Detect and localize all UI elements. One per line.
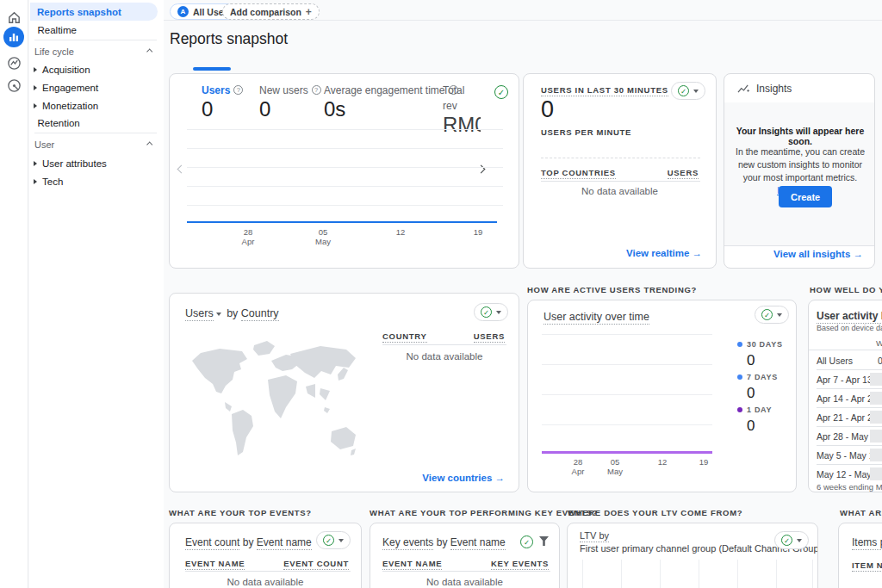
card-options-pill[interactable]: ✓ [474,303,508,321]
card-title[interactable]: User activity over time [543,311,649,325]
week-column-header: W [876,338,882,348]
sidebar-item-realtime[interactable]: Realtime [29,22,158,39]
card-title-line1: LTV by [580,530,609,541]
no-data-message: No data available [370,577,559,587]
selected-tab-indicator [193,67,231,71]
cohort-row-label: Apr 28 - May 4 [817,431,876,442]
vgridline [737,560,738,588]
metric-label: Total rev [443,84,464,112]
card-options-pill[interactable]: ✓ [755,306,789,324]
top-countries-header[interactable]: TOP COUNTRIES [541,168,616,179]
sidebar-item-monetization[interactable]: Monetization [29,97,158,115]
nav-section-label: User [34,139,54,150]
data-quality-icon[interactable]: ✓ [494,85,508,99]
sidebar-item-label: Monetization [42,101,98,111]
users-column-header[interactable]: USERS [668,168,699,179]
tab-new-users[interactable]: New users? 0 [259,82,321,121]
no-data-message: No data available [382,351,506,362]
insights-footer-rule [724,245,874,246]
legend-value: 0 [747,418,772,435]
help-icon[interactable]: ? [312,85,321,95]
cohort-row-label: Apr 14 - Apr 20 [817,393,878,404]
section-heading-items: WHAT ARE Y [840,508,882,517]
users-column-header[interactable]: USERS [474,331,505,343]
event-name-header[interactable]: EVENT NAME [185,559,245,570]
sidebar-item-label: Acquisition [42,65,90,75]
metric-value: 0s [324,97,458,121]
sidebar-item-acquisition[interactable]: Acquisition [29,61,158,78]
dimension-selector[interactable]: Country [241,307,279,321]
sidebar-item-engagement[interactable]: Engagement [29,79,158,96]
legend-dot [737,374,742,380]
metric-selector[interactable]: Key events [382,536,433,550]
card-options-pill[interactable]: ✓ [774,531,809,549]
reports-icon[interactable] [3,26,25,48]
page-title: Reports snapshot [170,30,288,48]
add-comparison-button[interactable]: Add comparison + [222,3,320,20]
x-tick: 19 [689,457,718,467]
x-tick: 28Apr [563,457,593,476]
key-events-card: Key events by Event name ✓ EVENT NAME KE… [370,523,560,588]
event-count-header[interactable]: EVENT COUNT [283,559,349,570]
user-activity-over-time-card: User activity over time ✓ 28Apr 05May 12… [527,300,797,492]
gridline [542,364,712,365]
no-data-message: No data available [524,186,716,196]
country-column-header[interactable]: COUNTRY [382,331,427,343]
card-title[interactable]: User activity by coh [817,310,882,324]
data-quality-icon: ✓ [781,535,792,546]
section-heading-trending: HOW ARE ACTIVE USERS TRENDING? [527,285,697,294]
event-name-header[interactable]: EVENT NAME [382,559,442,570]
dimension-selector[interactable]: Event name [257,536,312,550]
card-options-pill[interactable]: ✓ [671,82,705,100]
item-name-header[interactable]: ITEM NA [852,560,882,572]
card-title[interactable]: Items pu [852,536,882,550]
cohort-row-value: 0 [878,356,882,366]
gridline [187,205,503,206]
card-subtitle: Based on device data o [817,324,882,332]
help-icon[interactable]: ? [233,85,243,95]
view-countries-link[interactable]: View countries → [422,473,505,483]
expand-arrow-icon [34,179,37,184]
view-realtime-link[interactable]: View realtime → [626,248,702,258]
sidebar-item-reports-snapshot[interactable]: Reports snapshot [30,3,158,21]
sidebar-item-tech[interactable]: Tech [29,173,158,190]
create-insight-button[interactable]: Create [779,186,832,207]
view-all-insights-link[interactable]: View all insights → [773,249,863,259]
insights-title: Insights [756,83,792,95]
legend-value: 0 [747,352,783,369]
sidebar-item-retention[interactable]: Retention [29,115,158,132]
metric-label: Users [202,84,230,96]
scroll-left-icon[interactable] [177,165,186,174]
card-options-pill[interactable]: ✓ [316,531,351,549]
metric-selector[interactable]: LTV by [580,530,609,542]
nav-section-life-cycle[interactable]: Life cycle [34,45,158,59]
metric-selector[interactable]: Event count [185,536,239,550]
expand-arrow-icon [34,85,37,90]
metric-label: Average engagement time [324,84,445,96]
key-events-header[interactable]: KEY EVENTS [491,559,549,570]
cohort-cell [870,430,882,443]
sidebar-item-label: Retention [38,118,80,128]
users-trend-line [187,221,497,223]
gridline [542,424,712,425]
section-heading-top-events: WHAT ARE YOUR TOP EVENTS? [169,508,312,517]
activity-trend-line [542,451,712,454]
cohort-cell [870,411,882,424]
user-activity-by-cohort-card: User activity by coh Based on device dat… [808,300,882,492]
key-metrics-card: Users? 0 New users? 0 Average engagement… [169,73,519,269]
tab-users[interactable]: Users? 0 [202,82,243,121]
data-quality-icon[interactable]: ✓ [520,535,533,548]
filter-icon[interactable] [539,536,549,546]
explore-icon[interactable] [3,52,25,74]
chevron-down-icon [797,539,802,542]
sidebar-item-label: Engagement [42,83,98,93]
tab-avg-engagement-time[interactable]: Average engagement time? 0s [324,82,458,121]
metric-label: New users [259,84,308,96]
sidebar-item-user-attributes[interactable]: User attributes [29,155,158,172]
advertising-icon[interactable] [3,74,25,96]
reports-icon-active-circle [3,27,24,47]
nav-section-user[interactable]: User [34,138,158,152]
metric-selector[interactable]: Users [185,307,214,321]
card-title[interactable]: USERS IN LAST 30 MINUTES [541,85,668,96]
dimension-selector[interactable]: Event name [450,536,506,550]
